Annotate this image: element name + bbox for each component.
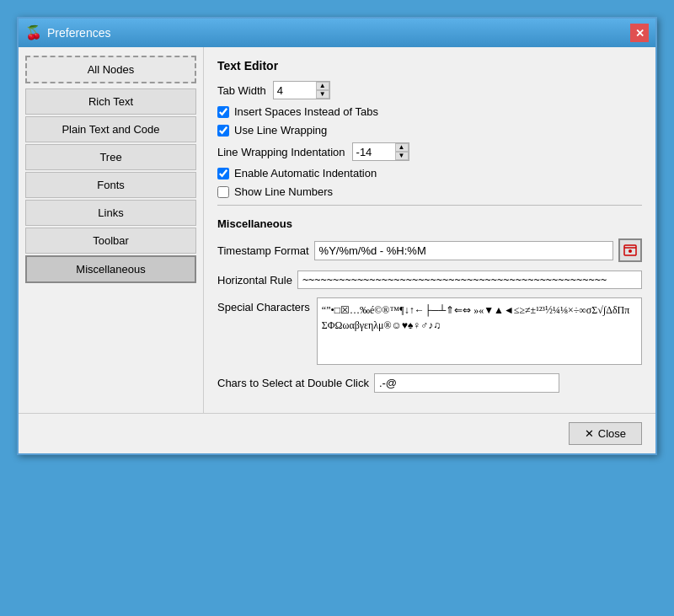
text-editor-title: Text Editor [217, 59, 642, 72]
double-click-label: Chars to Select at Double Click [217, 377, 369, 389]
window-close-button[interactable]: ✕ [630, 24, 649, 42]
tab-width-label: Tab Width [217, 84, 266, 97]
close-icon: ✕ [585, 427, 594, 440]
use-line-wrapping-checkbox[interactable] [217, 125, 229, 137]
tab-width-buttons: ▲ ▼ [316, 82, 329, 99]
window-body: All Nodes Rich Text Plain Text and Code … [19, 47, 655, 413]
svg-point-2 [629, 249, 632, 253]
horizontal-rule-row: Horizontal Rule [217, 271, 642, 289]
double-click-input[interactable] [374, 373, 559, 393]
tab-width-spinner[interactable]: ▲ ▼ [273, 81, 330, 99]
line-wrapping-spinner[interactable]: ▲ ▼ [352, 142, 409, 161]
title-bar: 🍒 Preferences ✕ [19, 19, 655, 47]
show-line-numbers-row: Show Line Numbers [217, 185, 642, 198]
sidebar-item-all-nodes[interactable]: All Nodes [25, 56, 196, 83]
use-line-wrapping-label: Use Line Wrapping [234, 124, 327, 137]
main-content: Text Editor Tab Width ▲ ▼ Insert Spaces … [204, 47, 655, 413]
sidebar-item-plain-text[interactable]: Plain Text and Code [25, 116, 196, 142]
line-wrapping-buttons: ▲ ▼ [395, 143, 409, 160]
title-bar-left: 🍒 Preferences [25, 24, 110, 41]
sidebar-item-miscellaneous[interactable]: Miscellaneous [25, 255, 196, 283]
divider [217, 205, 642, 206]
show-line-numbers-label: Show Line Numbers [234, 185, 333, 198]
sidebar-item-toolbar[interactable]: Toolbar [25, 228, 196, 254]
line-wrapping-label: Line Wrapping Indentation [217, 146, 345, 158]
enable-auto-indent-label: Enable Automatic Indentation [234, 167, 377, 179]
timestamp-format-label: Timestamp Format [217, 244, 309, 257]
timestamp-format-input[interactable] [314, 241, 613, 260]
close-label: Close [598, 427, 626, 440]
double-click-row: Chars to Select at Double Click [217, 373, 642, 393]
footer: ✕ Close [19, 413, 655, 453]
sidebar-item-rich-text[interactable]: Rich Text [25, 88, 196, 115]
special-chars-label: Special Characters [217, 297, 310, 313]
line-wrapping-down[interactable]: ▼ [395, 152, 409, 160]
tab-width-down[interactable]: ▼ [316, 90, 329, 99]
window-title: Preferences [47, 26, 110, 40]
special-chars-box[interactable]: “”•□☒…‰é©®™¶↓↑←├─┴⇑⇐⇔ »«▼▲◄≤≥≠±¹²³½¼⅛×÷∞… [317, 297, 642, 365]
insert-spaces-label: Insert Spaces Instead of Tabs [234, 105, 378, 118]
sidebar-item-tree[interactable]: Tree [25, 144, 196, 170]
tab-width-row: Tab Width ▲ ▼ [217, 81, 642, 99]
insert-spaces-row: Insert Spaces Instead of Tabs [217, 105, 642, 118]
enable-auto-indent-row: Enable Automatic Indentation [217, 167, 642, 179]
line-wrapping-row: Line Wrapping Indentation ▲ ▼ [217, 142, 642, 161]
calendar-icon [623, 244, 637, 257]
special-chars-row: Special Characters “”•□☒…‰é©®™¶↓↑←├─┴⇑⇐⇔… [217, 297, 642, 365]
close-button[interactable]: ✕ Close [569, 422, 642, 445]
horizontal-rule-input[interactable] [297, 271, 642, 289]
use-line-wrapping-row: Use Line Wrapping [217, 124, 642, 137]
tab-width-up[interactable]: ▲ [316, 82, 329, 90]
misc-title: Miscellaneous [217, 217, 642, 230]
insert-spaces-checkbox[interactable] [217, 106, 229, 118]
sidebar-item-links[interactable]: Links [25, 200, 196, 226]
preferences-window: 🍒 Preferences ✕ All Nodes Rich Text Plai… [17, 17, 657, 455]
horizontal-rule-label: Horizontal Rule [217, 274, 292, 287]
sidebar: All Nodes Rich Text Plain Text and Code … [19, 47, 204, 413]
show-line-numbers-checkbox[interactable] [217, 186, 229, 198]
tab-width-input[interactable] [274, 83, 316, 99]
timestamp-icon-button[interactable] [618, 238, 642, 262]
sidebar-item-fonts[interactable]: Fonts [25, 172, 196, 198]
line-wrapping-input[interactable] [353, 144, 395, 160]
enable-auto-indent-checkbox[interactable] [217, 168, 229, 179]
timestamp-format-row: Timestamp Format [217, 238, 642, 262]
line-wrapping-up[interactable]: ▲ [395, 143, 409, 152]
app-icon: 🍒 [25, 24, 42, 41]
